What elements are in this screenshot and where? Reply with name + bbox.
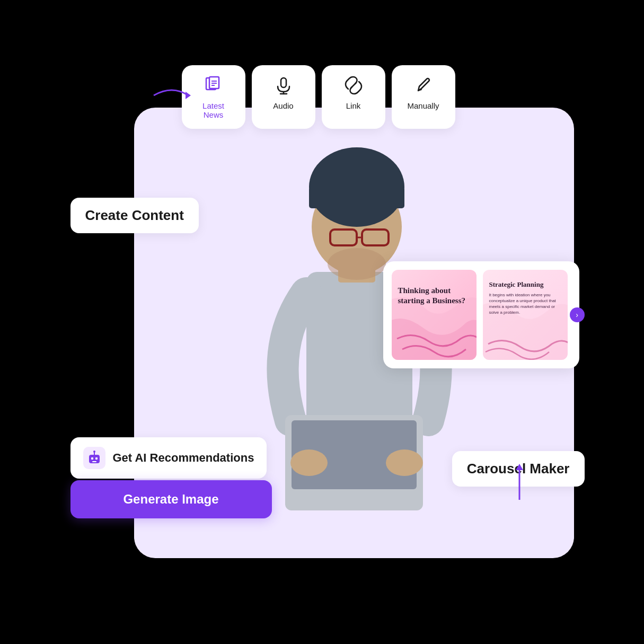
- generate-image-text: Generate Image: [123, 492, 218, 506]
- robot-icon: [83, 447, 105, 469]
- slide2-body: It begins with ideation where you concep…: [489, 292, 561, 316]
- generate-image-button[interactable]: Generate Image: [70, 480, 272, 518]
- ai-recommendations-text: Get AI Recommendations: [113, 451, 254, 465]
- main-scene: Latest News Audio: [70, 44, 574, 601]
- manually-icon: [413, 75, 434, 96]
- carousel-next-button[interactable]: ›: [570, 307, 585, 322]
- carousel-slide-1: Thinking about starting a Business?: [392, 270, 477, 360]
- svg-point-12: [328, 248, 386, 280]
- svg-rect-27: [91, 457, 93, 460]
- content-types-row: Latest News Audio: [182, 65, 455, 129]
- link-label: Link: [346, 101, 361, 110]
- latest-news-label: Latest News: [195, 101, 233, 119]
- carousel-next-icon: ›: [576, 311, 578, 319]
- content-type-manually[interactable]: Manually: [392, 65, 455, 129]
- svg-point-11: [386, 449, 423, 476]
- ai-recommendations-button[interactable]: Get AI Recommendations: [70, 437, 267, 479]
- svg-rect-4: [309, 187, 404, 208]
- slide2-title: Strategic Planning: [489, 280, 561, 289]
- link-icon: [343, 75, 364, 96]
- content-type-link[interactable]: Link: [322, 65, 385, 129]
- slide1-wave-bg: [392, 270, 477, 360]
- slide1-text: Thinking about starting a Business?: [398, 286, 470, 306]
- slide2-text: Strategic Planning It begins with ideati…: [489, 280, 561, 316]
- carousel-preview: Thinking about starting a Business? Stra…: [383, 261, 579, 368]
- create-content-text: Create Content: [85, 207, 184, 223]
- arrow-svg: [151, 82, 193, 109]
- svg-point-30: [93, 451, 95, 453]
- svg-point-10: [290, 449, 328, 476]
- svg-marker-13: [186, 92, 191, 99]
- create-content-label: Create Content: [70, 198, 199, 233]
- audio-label: Audio: [273, 101, 293, 110]
- robot-svg: [87, 451, 102, 465]
- svg-rect-28: [95, 457, 98, 460]
- svg-rect-19: [281, 78, 286, 87]
- news-icon: [203, 75, 224, 96]
- content-type-audio[interactable]: Audio: [252, 65, 315, 129]
- svg-rect-31: [92, 461, 96, 462]
- svg-marker-25: [516, 464, 523, 470]
- manually-label: Manually: [407, 101, 439, 110]
- svg-line-22: [351, 83, 356, 88]
- carousel-slide-2: Strategic Planning It begins with ideati…: [483, 270, 568, 360]
- audio-icon: [273, 75, 294, 96]
- carousel-arrow: [511, 463, 527, 502]
